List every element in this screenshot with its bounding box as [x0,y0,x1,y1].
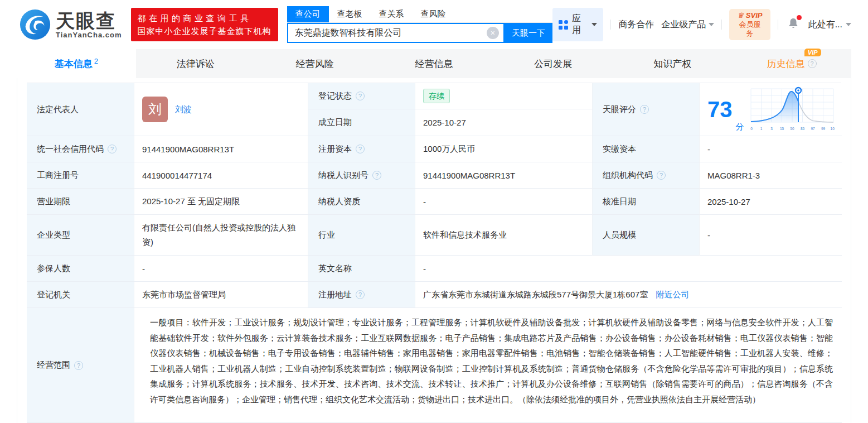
tianyancha-logo[interactable]: 天眼查 TianYanCha.com [19,8,122,41]
search-tab-relation[interactable]: 查关系 [371,6,413,22]
divider [610,20,611,30]
help-icon[interactable]: ? [74,361,83,370]
notifications-bell-icon[interactable] [787,17,800,32]
tab-company-development[interactable]: 公司发展 [493,49,613,78]
promo-banner: 都在用的商业查询工具 国家中小企业发展子基金旗下机构 [131,8,278,41]
basic-info-panel: 法定代表人 刘 刘波 登记状态 ? 存续 天眼评分 ? 73 分 [17,78,851,423]
score-unit: 分 [736,122,744,132]
table-row: 工商注册号 441900014477174 纳税人识别号? 91441900MA… [27,162,841,189]
crown-icon: ♛ [738,11,744,20]
field-label-business-term: 营业期限 [27,189,134,215]
help-icon[interactable]: ? [372,171,381,180]
notification-dot [797,15,802,20]
tab-operating-info[interactable]: 经营信息 [375,49,494,78]
field-label-establish-date: 成立日期 [308,109,415,136]
brand-domain: TianYanCha.com [56,31,122,39]
field-label-registered-address: 注册地址? [308,282,415,308]
svip-member-button[interactable]: ♛ SVIP 会员服务 [729,9,770,40]
svg-text:1: 1 [760,127,762,131]
nav-link-enterprise-label: 企业级产品 [661,19,706,31]
divider [721,20,722,30]
svip-label: SVIP [746,11,763,20]
field-label-company-type: 企业类型 [27,215,134,256]
field-value-taxpayer-qualification: - [415,189,593,215]
field-value-registered-capital: 1000万人民币 [415,136,593,162]
help-icon[interactable]: ? [356,145,365,153]
field-label-staff-size: 人员规模 [593,215,700,256]
field-label-taxpayer-qualification: 纳税人资质 [308,189,415,215]
help-icon[interactable]: ? [356,92,365,100]
field-value-company-type: 有限责任公司(自然人投资或控股的法人独资) [134,215,308,256]
help-icon[interactable]: ? [640,105,649,114]
tab-history-info[interactable]: 历史信息 ? VIP [732,49,851,78]
field-label-reg-status: 登记状态 ? [308,83,415,109]
tab-operating-risk[interactable]: 经营风险 [255,49,375,78]
avatar[interactable]: 刘 [142,97,168,122]
field-label-insured-count: 参保人数 [27,256,134,282]
top-header: 天眼查 TianYanCha.com 都在用的商业查询工具 国家中小企业发展子基… [0,0,868,49]
search-button[interactable]: 天眼一下 [505,23,552,43]
clear-search-icon[interactable]: × [487,27,499,39]
svg-text:99: 99 [821,127,825,131]
field-label-business-reg-no: 工商注册号 [27,162,134,189]
help-icon[interactable]: ? [108,145,117,153]
tab-basic-info-count: 2 [94,57,98,65]
svg-text:97: 97 [811,127,815,131]
table-row: 统一社会信用代码? 91441900MAG08RR13T 注册资本? 1000万… [27,136,841,162]
table-row: 企业类型 有限责任公司(自然人投资或控股的法人独资) 行业 软件和信息技术服务业… [27,215,841,256]
field-value-business-scope: 一般项目：软件开发；工业设计服务；规划设计管理；专业设计服务；工程管理服务；计算… [134,308,842,423]
field-label-english-name: 英文名称 [308,256,415,282]
field-label-paid-capital: 实缴资本 [593,136,700,162]
field-value-reg-status: 存续 [415,83,593,109]
legal-rep-link[interactable]: 刘波 [175,104,192,115]
company-info-table: 法定代表人 刘 刘波 登记状态 ? 存续 天眼评分 ? 73 分 [27,83,841,423]
field-label-score: 天眼评分 ? [593,83,700,136]
chevron-down-icon [709,23,714,26]
field-value-english-name: - [415,256,842,282]
search-tab-company[interactable]: 查公司 [287,6,329,22]
nav-link-enterprise[interactable]: 企业级产品 [661,19,714,31]
score-distribution-chart: 0 1 3 15 50 85 97 99 100 [750,85,835,133]
help-icon[interactable]: ? [657,171,666,180]
field-value-credit-code: 91441900MAG08RR13T [134,136,308,162]
apps-label: 应用 [572,13,588,36]
svg-text:3: 3 [770,127,773,131]
promo-line2: 国家中小企业发展子基金旗下机构 [138,25,271,37]
field-value-industry: 软件和信息技术服务业 [415,215,593,256]
svg-text:85: 85 [800,127,804,131]
user-menu[interactable]: 此处有... [808,19,851,31]
field-value-legal-rep: 刘 刘波 [134,83,308,136]
apps-menu-button[interactable]: 应用 [552,8,603,41]
search-tab-boss[interactable]: 查老板 [329,6,371,22]
help-icon[interactable]: ? [808,59,817,68]
field-label-business-scope: 经营范围? [27,308,134,423]
tab-legal-proceedings[interactable]: 法律诉讼 [136,49,255,78]
vip-badge: VIP [804,49,821,56]
table-row: 营业期限 2025-10-27 至 无固定期限 纳税人资质 - 核准日期 202… [27,189,841,215]
table-row: 法定代表人 刘 刘波 登记状态 ? 存续 天眼评分 ? 73 分 [27,83,841,136]
tab-intellectual-property[interactable]: 知识产权 [613,49,732,78]
user-name: 此处有... [808,19,842,31]
field-label-taxpayer-id: 纳税人识别号? [308,162,415,189]
search-section: 查公司 查老板 查关系 查风险 × 天眼一下 [287,6,552,43]
help-icon[interactable]: ? [356,290,365,299]
table-row: 参保人数 - 英文名称 - [27,256,841,282]
chevron-down-icon [591,23,597,26]
field-value-org-code: MAG08RR1-3 [700,162,842,189]
nav-link-cooperation[interactable]: 商务合作 [618,19,654,31]
svip-sublabel: 会员服务 [736,20,763,38]
search-tab-risk[interactable]: 查风险 [413,6,454,22]
tab-basic-info[interactable]: 基本信息 2 [17,49,136,78]
promo-line1: 都在用的商业查询工具 [138,12,271,25]
nearby-companies-link[interactable]: 附近公司 [656,290,689,300]
field-value-staff-size: - [700,215,842,256]
table-row: 登记机关 东莞市市场监督管理局 注册地址? 广东省东莞市东城街道东城路东城段57… [27,282,841,308]
status-badge: 存续 [423,89,450,103]
section-tabbar: 基本信息 2 法律诉讼 经营风险 经营信息 公司发展 知识产权 历史信息 ? V… [17,49,851,78]
search-tabs: 查公司 查老板 查关系 查风险 [287,6,552,23]
field-label-legal-rep: 法定代表人 [27,83,134,136]
field-label-credit-code: 统一社会信用代码? [27,136,134,162]
field-value-business-reg-no: 441900014477174 [134,162,308,189]
field-value-registration-authority: 东莞市市场监督管理局 [134,282,308,308]
search-input[interactable] [295,28,487,38]
